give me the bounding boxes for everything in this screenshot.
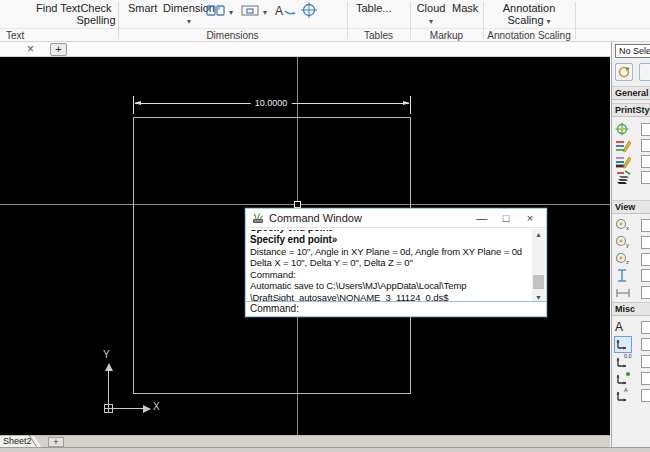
property-value-field[interactable] xyxy=(641,171,650,184)
property-value-field[interactable] xyxy=(641,236,650,249)
ribbon-group-markup: Markup xyxy=(410,30,483,41)
dimension-value: 10.0000 xyxy=(251,98,292,108)
property-row-ucs-icon-on[interactable] xyxy=(615,337,650,352)
document-tab-bar: × + xyxy=(0,42,610,57)
ucs-y-axis xyxy=(108,370,109,404)
property-row-width[interactable] xyxy=(615,285,650,300)
svg-text:A: A xyxy=(275,4,283,18)
chevron-down-icon: ▾ xyxy=(429,17,433,26)
close-icon[interactable]: × xyxy=(518,209,542,227)
width-icon xyxy=(615,285,631,300)
property-row-linestyle[interactable] xyxy=(615,138,650,153)
property-value-field[interactable] xyxy=(641,286,650,299)
property-value-field[interactable] xyxy=(641,372,650,385)
ucs-origin-icon: 0.0 xyxy=(615,354,631,369)
select-entities-button[interactable] xyxy=(639,63,650,81)
height-icon xyxy=(615,268,631,283)
section-view[interactable]: View xyxy=(612,200,650,214)
scrollbar-thumb[interactable] xyxy=(533,275,544,289)
properties-palette: No Selection General PrintStyle xyxy=(611,42,650,447)
dimension-extension-line xyxy=(410,96,411,114)
ribbon-group-dimensions: Dimensions xyxy=(118,30,347,41)
ucs-x-arrow xyxy=(143,405,151,413)
annotation-scaling-label-1: Annotation xyxy=(503,2,556,14)
property-value-field[interactable] xyxy=(641,123,650,136)
property-row-lineweight[interactable] xyxy=(615,154,650,169)
property-row-ucs-named[interactable]: A xyxy=(615,388,650,403)
new-tab-button[interactable]: + xyxy=(50,43,67,56)
green-dot xyxy=(626,372,630,376)
color-icon xyxy=(615,122,631,137)
table-button[interactable]: Table... xyxy=(356,2,391,14)
chevron-down-icon[interactable]: ▾ xyxy=(263,8,267,17)
command-window[interactable]: Command Window — □ × Specify end point» … xyxy=(245,208,547,317)
property-value-field[interactable] xyxy=(641,139,650,152)
command-window-titlebar[interactable]: Command Window — □ × xyxy=(246,209,546,228)
ribbon-group-tables: Tables xyxy=(347,30,410,41)
property-row-color[interactable] xyxy=(615,122,650,137)
ucs-zero-label: 0.0 xyxy=(624,353,632,359)
property-row-ucs-entity[interactable] xyxy=(615,371,650,386)
ribbon-divider xyxy=(0,28,650,29)
add-sheet-button[interactable]: + xyxy=(48,437,64,447)
dimension-arrow-right xyxy=(403,101,410,105)
command-window-icon xyxy=(252,212,264,224)
smart-dimension-button[interactable]: Smart xyxy=(128,2,157,14)
section-general[interactable]: General xyxy=(612,86,650,100)
section-misc[interactable]: Misc xyxy=(612,302,650,316)
command-line: Automatic save to C:\Users\MJ\AppData\Lo… xyxy=(250,280,530,292)
property-value-field[interactable] xyxy=(641,269,650,282)
ucs-entity-icon xyxy=(615,371,631,386)
property-value-field[interactable] xyxy=(641,338,650,351)
chevron-down-icon: ▾ xyxy=(547,17,551,26)
draftsight-window: Find Text Check Spelling Smart Dimension… xyxy=(0,0,650,452)
command-input[interactable]: Command: xyxy=(246,301,546,316)
check-spelling-label-1: Check xyxy=(80,2,111,14)
command-line: Distance = 10", Angle in XY Plane = 0d, … xyxy=(250,246,530,258)
property-value-field[interactable] xyxy=(641,155,650,168)
property-row-camera-z[interactable]: z xyxy=(615,252,650,267)
annotation-scaling-dropdown-button[interactable]: Annotation Scaling ▾ xyxy=(487,2,571,28)
cursor-pickbox xyxy=(294,201,301,208)
property-value-field[interactable] xyxy=(641,219,650,232)
command-scrollbar[interactable]: ▲ ▼ xyxy=(532,229,545,303)
dimension-extension-line xyxy=(133,96,134,114)
check-spelling-label-2: Spelling xyxy=(76,14,115,26)
section-printstyle[interactable]: PrintStyle xyxy=(612,103,650,117)
ribbon: Find Text Check Spelling Smart Dimension… xyxy=(0,0,650,42)
baseline-dimension-icon[interactable] xyxy=(206,3,226,18)
maximize-icon[interactable]: □ xyxy=(494,209,518,227)
property-row-ucs-origin[interactable]: 0.0 xyxy=(615,354,650,369)
status-bar-edge xyxy=(0,447,650,452)
dimension-style-icon[interactable] xyxy=(241,3,260,18)
property-row-camera-x[interactable]: x xyxy=(615,218,650,233)
property-value-field[interactable] xyxy=(641,253,650,266)
property-row-height[interactable] xyxy=(615,268,650,283)
selection-dropdown[interactable]: No Selection xyxy=(615,44,650,58)
scroll-up-icon[interactable]: ▲ xyxy=(532,229,545,240)
check-spelling-button[interactable]: Check Spelling xyxy=(72,2,120,26)
ribbon-group-text: Text xyxy=(6,30,24,41)
command-line: Specify end point» xyxy=(250,234,530,246)
command-history[interactable]: Specify end point» Specify end point» Di… xyxy=(246,229,532,303)
mask-button[interactable]: Mask xyxy=(452,2,478,14)
command-line: Delta X = 10", Delta Y = 0", Delta Z = 0… xyxy=(250,257,530,269)
axis-sub-label: z xyxy=(626,259,629,265)
property-value-field[interactable] xyxy=(641,321,650,334)
property-row-annotation-scale[interactable]: A xyxy=(615,320,650,335)
property-value-field[interactable] xyxy=(641,355,650,368)
tab-close-icon[interactable]: × xyxy=(27,42,34,56)
property-value-field[interactable] xyxy=(641,389,650,402)
minimize-icon[interactable]: — xyxy=(470,209,494,227)
property-row-camera-y[interactable]: y xyxy=(615,235,650,250)
chevron-down-icon[interactable]: ▾ xyxy=(229,8,233,17)
ucs-a-label: A xyxy=(624,387,628,393)
annotation-scale-icon: A xyxy=(615,320,631,335)
property-row-printstyle[interactable] xyxy=(615,170,650,185)
ucs-y-label: Y xyxy=(103,349,110,360)
text-leader-icon[interactable]: A xyxy=(274,3,296,18)
ucs-icon-selected xyxy=(615,337,631,352)
center-mark-icon[interactable] xyxy=(300,1,318,19)
cloud-dropdown-button[interactable]: Cloud ▾ xyxy=(414,2,448,28)
refresh-selection-button[interactable] xyxy=(615,63,633,81)
